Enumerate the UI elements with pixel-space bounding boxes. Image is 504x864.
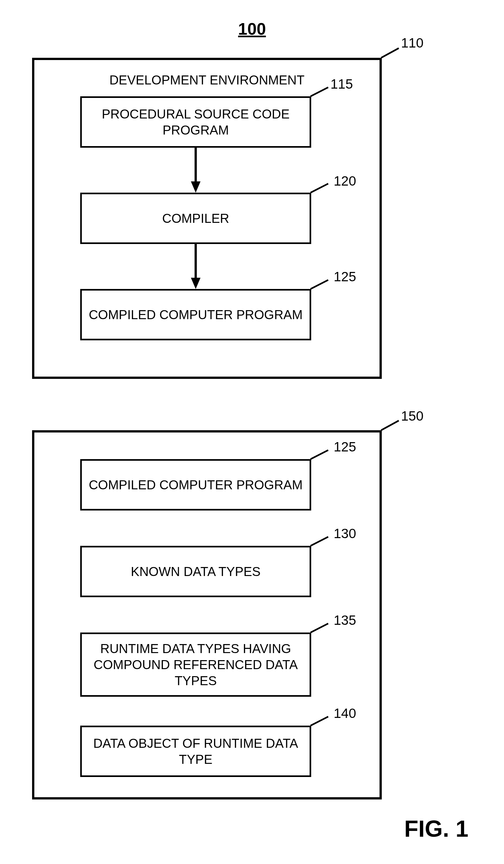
leader-140 — [310, 723, 333, 736]
box-runtime-data-types: RUNTIME DATA TYPES HAVING COMPOUND REFER… — [80, 633, 311, 697]
box-compiler-label: COMPILER — [162, 210, 229, 226]
arrow-source-to-compiler — [191, 148, 200, 193]
development-environment-title: DEVELOPMENT ENVIRONMENT — [34, 73, 380, 87]
box-data-object: DATA OBJECT OF RUNTIME DATA TYPE — [80, 725, 311, 777]
figure-number: 100 — [0, 19, 504, 38]
ref-135: 135 — [334, 613, 356, 628]
box-known-data-types-label: KNOWN DATA TYPES — [131, 563, 261, 579]
arrow-compiler-to-compiled — [191, 244, 200, 289]
leader-120 — [310, 190, 333, 203]
leader-125-top — [310, 286, 333, 299]
ref-130: 130 — [334, 526, 356, 541]
box-compiled-program-bottom-label: COMPILED COMPUTER PROGRAM — [89, 477, 303, 493]
leader-110 — [381, 55, 404, 68]
figure-caption: FIG. 1 — [404, 816, 468, 842]
ref-140: 140 — [334, 706, 356, 721]
box-compiler: COMPILER — [80, 193, 311, 244]
leader-115 — [310, 94, 333, 107]
svg-line-8 — [381, 421, 399, 430]
ref-115: 115 — [330, 76, 353, 92]
leader-150 — [381, 427, 404, 440]
svg-line-0 — [381, 48, 399, 58]
box-procedural-source-code: PROCEDURAL SOURCE CODE PROGRAM — [80, 96, 311, 148]
ref-120: 120 — [334, 173, 356, 189]
box-known-data-types: KNOWN DATA TYPES — [80, 546, 311, 597]
box-compiled-program-top: COMPILED COMPUTER PROGRAM — [80, 289, 311, 340]
ref-125-bottom: 125 — [334, 439, 356, 455]
ref-150: 150 — [401, 408, 423, 424]
leader-135 — [310, 630, 333, 643]
leader-125-bottom — [310, 457, 333, 469]
box-compiled-program-bottom: COMPILED COMPUTER PROGRAM — [80, 459, 311, 511]
ref-110: 110 — [401, 35, 423, 51]
svg-marker-3 — [191, 181, 200, 193]
box-compiled-program-top-label: COMPILED COMPUTER PROGRAM — [89, 307, 303, 323]
box-runtime-data-types-label: RUNTIME DATA TYPES HAVING COMPOUND REFER… — [88, 640, 303, 689]
box-data-object-label: DATA OBJECT OF RUNTIME DATA TYPE — [88, 735, 303, 767]
ref-125-top: 125 — [334, 269, 356, 285]
svg-marker-6 — [191, 278, 200, 289]
box-procedural-source-code-label: PROCEDURAL SOURCE CODE PROGRAM — [88, 106, 303, 138]
leader-130 — [310, 543, 333, 556]
